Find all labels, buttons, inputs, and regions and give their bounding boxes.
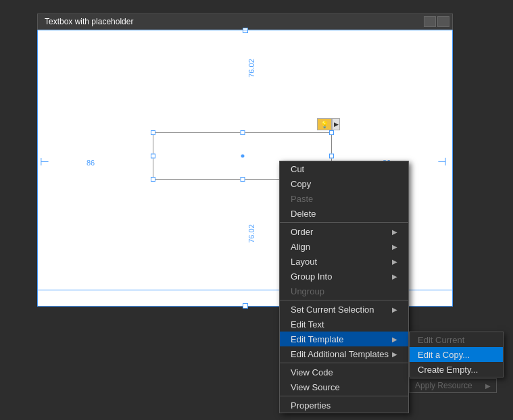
menu-item-copy[interactable]: Copy <box>280 176 408 191</box>
arrow-set-current: ▶ <box>392 306 397 313</box>
titlebar-btn-1[interactable] <box>424 16 436 27</box>
menu-item-group-into[interactable]: Group Into ▶ <box>280 269 408 284</box>
submenu-create-empty[interactable]: Create Empty... <box>410 362 503 377</box>
handle-mr <box>329 154 334 159</box>
menu-item-properties[interactable]: Properties <box>280 398 408 413</box>
arrow-order: ▶ <box>392 228 397 236</box>
menu-item-layout[interactable]: Layout ▶ <box>280 254 408 269</box>
apply-resource-arrow: ▶ <box>485 382 491 390</box>
menu-item-cut[interactable]: Cut <box>280 161 408 176</box>
menu-item-ungroup[interactable]: Ungroup <box>280 284 408 298</box>
separator-1 <box>280 222 408 223</box>
arrow-edit-additional: ▶ <box>392 350 397 358</box>
menu-item-paste[interactable]: Paste <box>280 191 408 206</box>
submenu-edit-current[interactable]: Edit Current <box>410 332 503 347</box>
menu-item-edit-text[interactable]: Edit Text <box>280 317 408 332</box>
menu-item-order[interactable]: Order ▶ <box>280 224 408 239</box>
titlebar-buttons <box>424 16 449 27</box>
handle-tl <box>151 130 155 135</box>
menu-item-delete[interactable]: Delete <box>280 206 408 221</box>
separator-3 <box>280 363 408 363</box>
canvas-title: Textbox with placeholder <box>45 17 133 26</box>
center-dot <box>241 155 244 158</box>
apply-resource-label: Apply Resource <box>415 381 472 390</box>
handle-tc <box>240 130 245 135</box>
snap-icon-left: ⊢ <box>39 156 50 167</box>
canvas-handle-bottom[interactable] <box>243 303 248 309</box>
menu-item-set-current-selection[interactable]: Set Current Selection ▶ <box>280 302 408 317</box>
menu-item-edit-additional-templates[interactable]: Edit Additional Templates ▶ <box>280 346 408 361</box>
separator-2 <box>280 300 408 300</box>
arrow-group-into: ▶ <box>392 273 397 280</box>
handle-ml <box>151 154 155 159</box>
handle-tr <box>329 130 334 135</box>
dim-label-bottom: 76.02 <box>247 224 255 243</box>
arrow-layout: ▶ <box>392 258 397 265</box>
dim-label-top: 76.02 <box>247 59 255 78</box>
handle-bl <box>151 177 155 182</box>
titlebar-btn-2[interactable] <box>437 16 449 27</box>
smart-tag[interactable]: 💡 <box>317 118 332 130</box>
edit-template-submenu: Edit Current Edit a Copy... Create Empty… <box>409 332 504 377</box>
menu-item-view-code[interactable]: View Code <box>280 365 408 379</box>
dim-label-left: 86 <box>87 159 95 167</box>
apply-resource-item[interactable]: Apply Resource ▶ <box>409 378 497 393</box>
arrow-align: ▶ <box>392 243 397 251</box>
submenu-edit-a-copy[interactable]: Edit a Copy... <box>410 347 503 362</box>
canvas-handle-top[interactable] <box>243 28 248 33</box>
canvas-area: Textbox with placeholder 76.02 76.02 86 … <box>0 0 513 420</box>
smart-tag-arrow[interactable]: ▶ <box>332 118 340 130</box>
snap-icon-right: ⊣ <box>437 156 447 167</box>
context-menu: Cut Copy Paste Delete Order ▶ Align ▶ La… <box>279 161 409 413</box>
handle-bc <box>240 177 245 182</box>
separator-4 <box>280 396 408 396</box>
menu-item-align[interactable]: Align ▶ <box>280 239 408 254</box>
menu-item-view-source[interactable]: View Source <box>280 379 408 394</box>
arrow-edit-template: ▶ <box>392 336 397 343</box>
menu-item-edit-template[interactable]: Edit Template ▶ <box>280 332 408 346</box>
